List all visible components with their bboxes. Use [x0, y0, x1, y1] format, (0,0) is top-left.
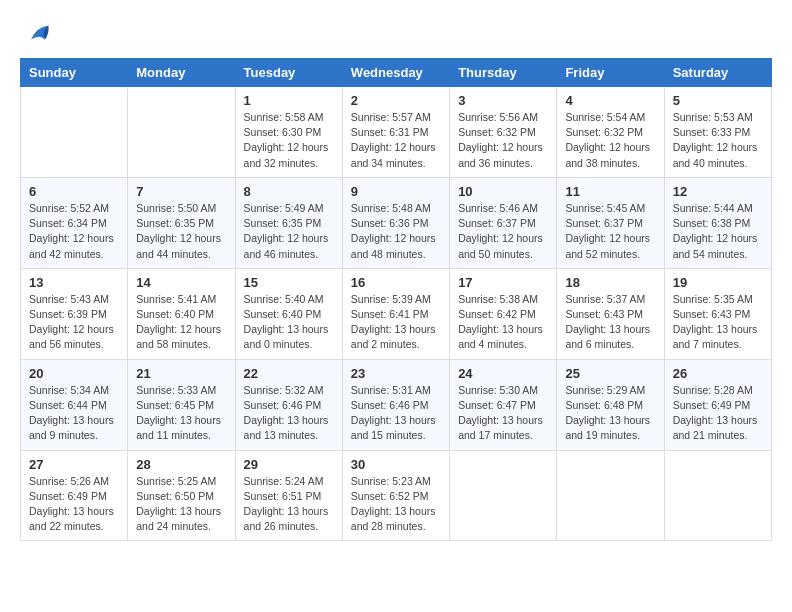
calendar-cell: 20Sunrise: 5:34 AM Sunset: 6:44 PM Dayli… — [21, 359, 128, 450]
day-detail: Sunrise: 5:25 AM Sunset: 6:50 PM Dayligh… — [136, 474, 226, 535]
day-number: 9 — [351, 184, 441, 199]
logo — [20, 20, 52, 48]
calendar-body: 1Sunrise: 5:58 AM Sunset: 6:30 PM Daylig… — [21, 87, 772, 541]
calendar-cell — [557, 450, 664, 541]
calendar-cell: 23Sunrise: 5:31 AM Sunset: 6:46 PM Dayli… — [342, 359, 449, 450]
day-number: 26 — [673, 366, 763, 381]
calendar-cell: 26Sunrise: 5:28 AM Sunset: 6:49 PM Dayli… — [664, 359, 771, 450]
day-detail: Sunrise: 5:54 AM Sunset: 6:32 PM Dayligh… — [565, 110, 655, 171]
calendar-cell: 8Sunrise: 5:49 AM Sunset: 6:35 PM Daylig… — [235, 177, 342, 268]
day-number: 2 — [351, 93, 441, 108]
calendar-cell: 27Sunrise: 5:26 AM Sunset: 6:49 PM Dayli… — [21, 450, 128, 541]
day-number: 4 — [565, 93, 655, 108]
calendar-cell: 2Sunrise: 5:57 AM Sunset: 6:31 PM Daylig… — [342, 87, 449, 178]
calendar-week-row: 1Sunrise: 5:58 AM Sunset: 6:30 PM Daylig… — [21, 87, 772, 178]
day-detail: Sunrise: 5:23 AM Sunset: 6:52 PM Dayligh… — [351, 474, 441, 535]
weekday-header-wednesday: Wednesday — [342, 59, 449, 87]
calendar-cell: 19Sunrise: 5:35 AM Sunset: 6:43 PM Dayli… — [664, 268, 771, 359]
calendar-cell: 22Sunrise: 5:32 AM Sunset: 6:46 PM Dayli… — [235, 359, 342, 450]
day-detail: Sunrise: 5:39 AM Sunset: 6:41 PM Dayligh… — [351, 292, 441, 353]
day-number: 10 — [458, 184, 548, 199]
day-number: 30 — [351, 457, 441, 472]
calendar-cell: 25Sunrise: 5:29 AM Sunset: 6:48 PM Dayli… — [557, 359, 664, 450]
day-detail: Sunrise: 5:26 AM Sunset: 6:49 PM Dayligh… — [29, 474, 119, 535]
weekday-header-sunday: Sunday — [21, 59, 128, 87]
day-number: 25 — [565, 366, 655, 381]
calendar-week-row: 6Sunrise: 5:52 AM Sunset: 6:34 PM Daylig… — [21, 177, 772, 268]
day-number: 24 — [458, 366, 548, 381]
weekday-header-friday: Friday — [557, 59, 664, 87]
calendar-cell: 15Sunrise: 5:40 AM Sunset: 6:40 PM Dayli… — [235, 268, 342, 359]
day-detail: Sunrise: 5:32 AM Sunset: 6:46 PM Dayligh… — [244, 383, 334, 444]
day-number: 14 — [136, 275, 226, 290]
day-detail: Sunrise: 5:58 AM Sunset: 6:30 PM Dayligh… — [244, 110, 334, 171]
day-number: 11 — [565, 184, 655, 199]
day-detail: Sunrise: 5:56 AM Sunset: 6:32 PM Dayligh… — [458, 110, 548, 171]
weekday-header-row: SundayMondayTuesdayWednesdayThursdayFrid… — [21, 59, 772, 87]
calendar-cell — [664, 450, 771, 541]
day-detail: Sunrise: 5:40 AM Sunset: 6:40 PM Dayligh… — [244, 292, 334, 353]
calendar-cell: 21Sunrise: 5:33 AM Sunset: 6:45 PM Dayli… — [128, 359, 235, 450]
day-detail: Sunrise: 5:48 AM Sunset: 6:36 PM Dayligh… — [351, 201, 441, 262]
calendar-cell: 14Sunrise: 5:41 AM Sunset: 6:40 PM Dayli… — [128, 268, 235, 359]
day-number: 29 — [244, 457, 334, 472]
weekday-header-thursday: Thursday — [450, 59, 557, 87]
calendar-cell: 30Sunrise: 5:23 AM Sunset: 6:52 PM Dayli… — [342, 450, 449, 541]
calendar-cell — [450, 450, 557, 541]
day-detail: Sunrise: 5:43 AM Sunset: 6:39 PM Dayligh… — [29, 292, 119, 353]
calendar-cell: 24Sunrise: 5:30 AM Sunset: 6:47 PM Dayli… — [450, 359, 557, 450]
day-number: 28 — [136, 457, 226, 472]
logo-bird-icon — [24, 20, 52, 48]
day-number: 18 — [565, 275, 655, 290]
day-detail: Sunrise: 5:35 AM Sunset: 6:43 PM Dayligh… — [673, 292, 763, 353]
day-number: 8 — [244, 184, 334, 199]
calendar-cell: 6Sunrise: 5:52 AM Sunset: 6:34 PM Daylig… — [21, 177, 128, 268]
calendar-cell: 13Sunrise: 5:43 AM Sunset: 6:39 PM Dayli… — [21, 268, 128, 359]
day-number: 1 — [244, 93, 334, 108]
calendar-cell: 4Sunrise: 5:54 AM Sunset: 6:32 PM Daylig… — [557, 87, 664, 178]
day-detail: Sunrise: 5:49 AM Sunset: 6:35 PM Dayligh… — [244, 201, 334, 262]
day-number: 19 — [673, 275, 763, 290]
calendar-table: SundayMondayTuesdayWednesdayThursdayFrid… — [20, 58, 772, 541]
weekday-header-saturday: Saturday — [664, 59, 771, 87]
calendar-cell: 9Sunrise: 5:48 AM Sunset: 6:36 PM Daylig… — [342, 177, 449, 268]
day-number: 6 — [29, 184, 119, 199]
day-detail: Sunrise: 5:52 AM Sunset: 6:34 PM Dayligh… — [29, 201, 119, 262]
calendar-cell: 3Sunrise: 5:56 AM Sunset: 6:32 PM Daylig… — [450, 87, 557, 178]
calendar-cell: 12Sunrise: 5:44 AM Sunset: 6:38 PM Dayli… — [664, 177, 771, 268]
day-number: 15 — [244, 275, 334, 290]
calendar-cell: 10Sunrise: 5:46 AM Sunset: 6:37 PM Dayli… — [450, 177, 557, 268]
day-number: 12 — [673, 184, 763, 199]
day-number: 23 — [351, 366, 441, 381]
day-number: 3 — [458, 93, 548, 108]
day-number: 13 — [29, 275, 119, 290]
day-detail: Sunrise: 5:45 AM Sunset: 6:37 PM Dayligh… — [565, 201, 655, 262]
day-detail: Sunrise: 5:41 AM Sunset: 6:40 PM Dayligh… — [136, 292, 226, 353]
day-detail: Sunrise: 5:37 AM Sunset: 6:43 PM Dayligh… — [565, 292, 655, 353]
header-area — [20, 20, 772, 48]
day-number: 22 — [244, 366, 334, 381]
calendar-cell: 1Sunrise: 5:58 AM Sunset: 6:30 PM Daylig… — [235, 87, 342, 178]
calendar-cell — [21, 87, 128, 178]
day-detail: Sunrise: 5:29 AM Sunset: 6:48 PM Dayligh… — [565, 383, 655, 444]
day-number: 5 — [673, 93, 763, 108]
day-detail: Sunrise: 5:24 AM Sunset: 6:51 PM Dayligh… — [244, 474, 334, 535]
calendar-cell — [128, 87, 235, 178]
day-detail: Sunrise: 5:31 AM Sunset: 6:46 PM Dayligh… — [351, 383, 441, 444]
day-detail: Sunrise: 5:46 AM Sunset: 6:37 PM Dayligh… — [458, 201, 548, 262]
calendar-cell: 29Sunrise: 5:24 AM Sunset: 6:51 PM Dayli… — [235, 450, 342, 541]
calendar-cell: 7Sunrise: 5:50 AM Sunset: 6:35 PM Daylig… — [128, 177, 235, 268]
day-detail: Sunrise: 5:50 AM Sunset: 6:35 PM Dayligh… — [136, 201, 226, 262]
day-number: 16 — [351, 275, 441, 290]
day-number: 21 — [136, 366, 226, 381]
day-detail: Sunrise: 5:53 AM Sunset: 6:33 PM Dayligh… — [673, 110, 763, 171]
calendar-cell: 17Sunrise: 5:38 AM Sunset: 6:42 PM Dayli… — [450, 268, 557, 359]
calendar-week-row: 27Sunrise: 5:26 AM Sunset: 6:49 PM Dayli… — [21, 450, 772, 541]
weekday-header-monday: Monday — [128, 59, 235, 87]
day-detail: Sunrise: 5:44 AM Sunset: 6:38 PM Dayligh… — [673, 201, 763, 262]
day-number: 27 — [29, 457, 119, 472]
calendar-cell: 18Sunrise: 5:37 AM Sunset: 6:43 PM Dayli… — [557, 268, 664, 359]
day-number: 17 — [458, 275, 548, 290]
day-number: 20 — [29, 366, 119, 381]
day-detail: Sunrise: 5:30 AM Sunset: 6:47 PM Dayligh… — [458, 383, 548, 444]
